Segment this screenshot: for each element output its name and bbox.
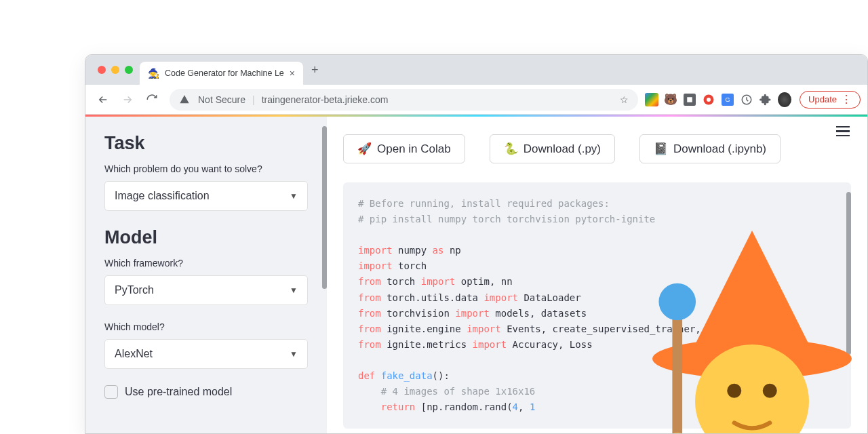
pretrained-checkbox-row[interactable]: Use pre-trained model (104, 385, 308, 399)
address-toolbar: Not Secure | traingenerator-beta.jrieke.… (85, 85, 867, 115)
download-py-button[interactable]: 🐍 Download (.py) (490, 134, 615, 163)
model-select[interactable]: AlexNet ▼ (104, 339, 308, 369)
extension-icon-1[interactable] (645, 93, 658, 106)
task-value: Image classification (115, 190, 210, 202)
extension-icon-5[interactable]: G (721, 93, 734, 106)
warning-icon (179, 94, 190, 105)
pretrained-label: Use pre-trained model (125, 386, 232, 398)
sidebar: Task Which problem do you want to solve?… (85, 117, 327, 433)
open-colab-button[interactable]: 🚀 Open in Colab (343, 134, 465, 163)
window-controls (91, 66, 140, 74)
download-ipynb-label: Download (.ipynb) (673, 142, 766, 156)
download-ipynb-button[interactable]: 📓 Download (.ipynb) (639, 134, 781, 163)
chevron-down-icon: ▼ (290, 349, 298, 359)
update-button[interactable]: Update ⋮ (800, 91, 861, 108)
task-label: Which problem do you want to solve? (104, 163, 308, 174)
task-heading: Task (104, 133, 308, 154)
forward-button[interactable] (117, 89, 138, 111)
browser-tab[interactable]: 🧙 Code Generator for Machine Le × (140, 62, 303, 85)
action-buttons: 🚀 Open in Colab 🐍 Download (.py) 📓 Downl… (343, 134, 851, 163)
tab-favicon: 🧙 (148, 68, 159, 79)
tab-strip: 🧙 Code Generator for Machine Le × + (85, 55, 867, 85)
framework-label: Which framework? (104, 258, 308, 269)
main-content: 🚀 Open in Colab 🐍 Download (.py) 📓 Downl… (327, 117, 867, 433)
extension-icons: 🐻 G (645, 93, 791, 106)
close-tab-button[interactable]: × (290, 68, 295, 79)
menu-dots-icon[interactable]: ⋮ (841, 94, 852, 105)
notebook-icon: 📓 (654, 142, 668, 156)
download-py-label: Download (.py) (524, 142, 601, 156)
snake-icon: 🐍 (504, 142, 518, 156)
back-button[interactable] (92, 89, 114, 111)
svg-rect-1 (687, 97, 692, 102)
extension-icon-4[interactable] (702, 93, 715, 106)
model-heading: Model (104, 227, 308, 248)
address-bar[interactable]: Not Secure | traingenerator-beta.jrieke.… (170, 89, 638, 111)
code-block[interactable]: # Before running, install required packa… (343, 182, 851, 429)
update-label: Update (808, 94, 837, 104)
bookmark-icon[interactable]: ☆ (620, 94, 629, 105)
browser-window: 🧙 Code Generator for Machine Le × + Not … (85, 54, 868, 434)
extension-icon-3[interactable] (683, 93, 696, 106)
new-tab-button[interactable]: + (303, 63, 327, 77)
app-content: Task Which problem do you want to solve?… (85, 117, 867, 433)
extension-icon-2[interactable]: 🐻 (664, 93, 677, 106)
model-label: Which model? (104, 321, 308, 332)
svg-point-14 (658, 433, 696, 433)
framework-value: PyTorch (115, 284, 154, 296)
url-separator: | (252, 94, 255, 105)
minimize-window-button[interactable] (111, 66, 119, 74)
extension-icon-6[interactable] (740, 93, 753, 106)
tab-title: Code Generator for Machine Le (165, 68, 284, 78)
chevron-down-icon: ▼ (290, 191, 298, 201)
maximize-window-button[interactable] (125, 66, 133, 74)
url-text: traingenerator-beta.jrieke.com (262, 94, 389, 105)
profile-avatar[interactable] (778, 93, 791, 106)
extensions-menu-icon[interactable] (759, 93, 772, 106)
reload-button[interactable] (141, 89, 163, 111)
security-label: Not Secure (198, 94, 245, 105)
close-window-button[interactable] (98, 66, 106, 74)
model-value: AlexNet (115, 348, 153, 360)
chevron-down-icon: ▼ (290, 285, 298, 295)
svg-point-3 (707, 98, 711, 102)
checkbox-icon[interactable] (104, 385, 118, 399)
scrollbar[interactable] (846, 192, 851, 355)
svg-text:G: G (726, 96, 730, 103)
colab-label: Open in Colab (377, 142, 451, 156)
framework-select[interactable]: PyTorch ▼ (104, 275, 308, 305)
task-select[interactable]: Image classification ▼ (104, 181, 308, 211)
hamburger-menu-button[interactable] (836, 126, 850, 136)
rocket-icon: 🚀 (357, 142, 372, 156)
